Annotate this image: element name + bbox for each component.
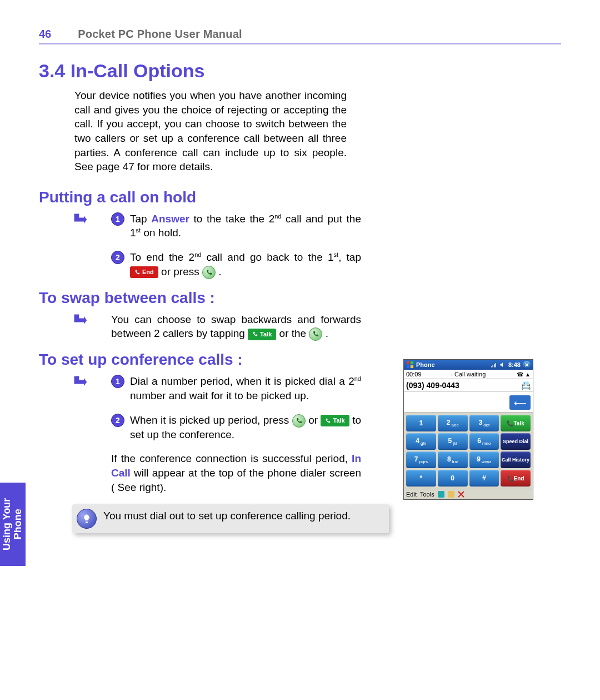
svg-rect-4: [438, 491, 444, 498]
section-intro: Your device notifies you when you have a…: [74, 88, 347, 174]
key-8[interactable]: 8tuv: [438, 451, 468, 468]
svg-rect-0: [407, 361, 409, 364]
side-tab-line2: Phone: [13, 498, 24, 550]
tip-text: You must dial out to set up conference c…: [103, 509, 383, 523]
svg-rect-1: [411, 361, 413, 364]
talk-button-icon: Talk: [248, 329, 276, 340]
pointer-arrow-icon: [72, 374, 91, 390]
ss-number: (093) 409-0443: [406, 381, 459, 390]
conf-step-1: 1 Dial a number period, when it is picke…: [72, 374, 361, 403]
side-tab-line1: Using Your: [2, 498, 13, 550]
key-4[interactable]: 4ghi: [406, 433, 436, 450]
svg-rect-3: [411, 365, 413, 368]
mute-icon[interactable]: [458, 491, 464, 498]
key-7[interactable]: 7pqrs: [406, 451, 436, 468]
sip-icon[interactable]: [438, 491, 444, 498]
ss-timer: 00:09: [406, 371, 422, 378]
side-tab: Using Your Phone: [0, 483, 26, 566]
key-0[interactable]: 0: [438, 470, 468, 486]
ss-display: ⟵: [404, 392, 533, 413]
tip-note: You must dial out to set up conference c…: [72, 504, 389, 533]
key-1[interactable]: 1: [406, 415, 436, 431]
key-3[interactable]: 3def: [469, 415, 499, 431]
contact-card-icon: 📇: [521, 381, 531, 390]
key-2[interactable]: 2abc: [438, 415, 468, 431]
phone-screenshot: Phone 8:48 ✕ 00:09 - Call waiting ☎▲ (09…: [403, 359, 533, 500]
step-number-2: 2: [111, 414, 124, 427]
key-9[interactable]: 9wxyz: [469, 451, 499, 468]
end-button-icon: End: [130, 266, 158, 278]
ss-status-icons: ☎▲: [515, 371, 531, 378]
conf-note: If the conference connection is successf…: [72, 451, 361, 494]
section-title: 3.4 In-Call Options: [39, 60, 561, 82]
key-5[interactable]: 5jkl: [438, 433, 468, 450]
key-talk[interactable]: 📞 Talk: [501, 415, 531, 431]
pointer-arrow-icon: [72, 212, 91, 227]
ss-callwaiting: - Call waiting: [451, 371, 486, 378]
ss-menu-edit[interactable]: Edit: [406, 491, 417, 498]
key-6[interactable]: 6mno: [469, 433, 499, 450]
hardware-phone-icon: [202, 266, 216, 279]
ss-app-title: Phone: [416, 361, 435, 368]
hold-step-2: 2 To end the 2nd call and go back to the…: [72, 250, 361, 279]
talk-button-icon: Talk: [321, 415, 349, 426]
step-number-2: 2: [111, 251, 124, 264]
close-icon: ✕: [523, 361, 531, 369]
speaker-icon: [499, 361, 506, 368]
lightbulb-icon: [77, 509, 97, 529]
ss-keypad: 1 2abc 3def 📞 Talk 4ghi 5jkl 6mno Speed …: [404, 413, 533, 489]
ss-time: 8:48: [508, 361, 521, 368]
pointer-arrow-icon: [72, 312, 91, 328]
key-end[interactable]: 📞 End: [501, 470, 531, 486]
hold-step-1: 1 Tap Answer to the take the 2nd call an…: [72, 212, 361, 240]
note-icon[interactable]: [448, 491, 454, 498]
swap-title: To swap between calls :: [39, 289, 561, 307]
key-callhistory[interactable]: Call History: [501, 451, 531, 468]
hardware-phone-icon: [309, 327, 322, 341]
backspace-key[interactable]: ⟵: [509, 395, 531, 410]
running-title: Pocket PC Phone User Manual: [78, 28, 242, 41]
hardware-phone-icon: [292, 414, 306, 428]
conf-step-2: 2 When it is picked up period, press or …: [72, 413, 361, 442]
page-header: 46 Pocket PC Phone User Manual: [39, 28, 561, 44]
page-number: 46: [39, 28, 51, 41]
svg-rect-5: [448, 491, 454, 498]
step-number-1: 1: [111, 212, 124, 226]
ss-statusbar: 00:09 - Call waiting ☎▲: [404, 370, 533, 379]
ss-menubar: Edit Tools: [404, 489, 533, 499]
manual-page: Using Your Phone 46 Pocket PC Phone User…: [0, 0, 600, 561]
key-speeddial[interactable]: Speed Dial: [501, 433, 531, 450]
key-hash[interactable]: #: [469, 470, 499, 486]
start-flag-icon: [406, 361, 414, 369]
signal-icon: [491, 361, 497, 368]
ss-titlebar: Phone 8:48 ✕: [404, 360, 533, 370]
answer-link: Answer: [151, 213, 189, 225]
ss-menu-tools[interactable]: Tools: [420, 491, 434, 498]
swap-step: You can choose to swap backwards and for…: [72, 312, 361, 341]
hold-title: Putting a call on hold: [39, 188, 561, 206]
key-star[interactable]: *: [406, 470, 436, 486]
ss-number-row: (093) 409-0443 📇: [404, 379, 533, 392]
svg-rect-2: [407, 365, 409, 368]
step-number-1: 1: [111, 375, 124, 388]
